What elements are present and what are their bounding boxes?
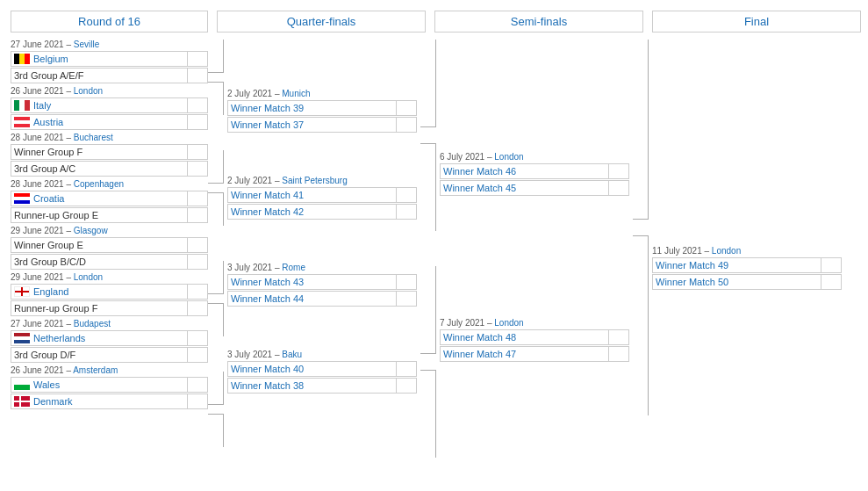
qf-matches-column: 2 July 2021 – Munich Winner Match 39 Win…	[224, 40, 417, 447]
r16-match-4: 28 June 2021 – Copenhagen Croatia Runner…	[11, 179, 208, 224]
r16-m2-venue: 26 June 2021 – London	[11, 86, 208, 96]
r16-m7-t1-name: Netherlands	[33, 333, 187, 343]
round-16-header: Round of 16	[11, 11, 208, 32]
qf-to-sf-connectors	[420, 40, 436, 458]
r16-m1-t1: Belgium	[11, 51, 208, 67]
round-16-column: 27 June 2021 – Seville Belgium 3rd Group…	[11, 40, 208, 412]
final-t1-name: Winner Match 49	[656, 260, 821, 271]
qf-m3-venue: 3 July 2021 – Rome	[227, 263, 417, 272]
sf-m2-venue: 7 July 2021 – London	[440, 318, 629, 328]
qf-m4-t2-score	[396, 378, 413, 394]
denmark-flag	[14, 396, 30, 407]
final-t1-score	[821, 257, 838, 273]
qf-m3-t2-score	[396, 291, 413, 307]
qf-match-1: 2 July 2021 – Munich Winner Match 39 Win…	[227, 89, 417, 134]
r16-match-2: 26 June 2021 – London Italy Austria	[11, 86, 208, 131]
r16-m6-t2: Runner-up Group F	[11, 300, 208, 316]
r16-m7-t1-score	[187, 330, 204, 346]
england-flag	[14, 286, 30, 297]
r16-match-6: 29 June 2021 – London England Runner-up …	[11, 272, 208, 317]
r16-m2-t2: Austria	[11, 114, 208, 130]
r16-m2-t2-name: Austria	[33, 117, 187, 127]
r16-to-qf-connectors	[208, 40, 224, 447]
r16-m7-t2: 3rd Group D/F	[11, 347, 208, 363]
r16-m7-t2-score	[187, 347, 204, 363]
qf-m4-t2: Winner Match 38	[227, 378, 417, 394]
sf-m1-t2: Winner Match 45	[440, 180, 629, 196]
italy-flag	[14, 100, 30, 111]
sf-m2-t2-name: Winner Match 47	[443, 349, 608, 359]
sf-match-1: 6 July 2021 – London Winner Match 46 Win…	[440, 152, 629, 197]
r16-m3-t1-name: Winner Group F	[14, 147, 187, 157]
r16-m4-t2-score	[187, 207, 204, 223]
qf-m4-t2-name: Winner Match 38	[231, 380, 396, 391]
sf-m1-t2-score	[608, 180, 626, 196]
r16-m4-t1: Croatia	[11, 191, 208, 206]
final-t2-name: Winner Match 50	[656, 277, 821, 287]
sf-m1-t1-score	[608, 163, 626, 179]
r16-m2-t1-score	[187, 97, 204, 113]
austria-flag	[14, 117, 30, 127]
round-qf-header: Quarter-finals	[217, 11, 426, 32]
r16-m6-t1-name: England	[33, 286, 187, 297]
sf-m2-t1: Winner Match 48	[440, 329, 629, 345]
round-sf-header: Semi-finals	[434, 11, 643, 32]
qf-match-3: 3 July 2021 – Rome Winner Match 43 Winne…	[227, 263, 417, 307]
croatia-flag	[14, 193, 30, 204]
r16-match-8: 26 June 2021 – Amsterdam Wales Denmark	[11, 365, 208, 410]
r16-m8-t2-name: Denmark	[33, 396, 187, 407]
r16-m8-t2-score	[187, 394, 204, 409]
r16-m3-t2-name: 3rd Group A/C	[14, 163, 187, 174]
qf-match-2: 2 July 2021 – Saint Petersburg Winner Ma…	[227, 176, 417, 220]
sf-m2-t2-score	[608, 346, 626, 362]
belgium-flag	[14, 54, 30, 64]
qf-m2-t2-name: Winner Match 42	[231, 206, 396, 217]
final-t2-score	[821, 274, 838, 290]
r16-m6-venue: 29 June 2021 – London	[11, 272, 208, 282]
sf-m1-t2-name: Winner Match 45	[443, 183, 608, 193]
r16-match-7: 27 June 2021 – Budapest Netherlands 3rd …	[11, 319, 208, 364]
r16-m6-t2-name: Runner-up Group F	[14, 303, 187, 314]
netherlands-flag	[14, 333, 30, 343]
qf-m1-venue: 2 July 2021 – Munich	[227, 89, 417, 98]
r16-m2-t1: Italy	[11, 97, 208, 113]
sf-m2-t1-score	[608, 329, 626, 345]
sf-section: 6 July 2021 – London Winner Match 46 Win…	[417, 40, 629, 458]
qf-m2-venue: 2 July 2021 – Saint Petersburg	[227, 176, 417, 185]
r16-m2-t2-score	[187, 114, 204, 130]
r16-m5-t2-score	[187, 254, 204, 270]
r16-m4-venue: 28 June 2021 – Copenhagen	[11, 179, 208, 189]
qf-m4-t1-score	[396, 361, 413, 377]
r16-m8-t1-score	[187, 377, 204, 393]
r16-m5-t2: 3rd Group B/C/D	[11, 254, 208, 270]
sf-m1-venue: 6 July 2021 – London	[440, 152, 629, 162]
r16-m5-t1-name: Winner Group E	[14, 240, 187, 250]
qf-m1-t2-name: Winner Match 37	[231, 119, 396, 130]
r16-match-1: 27 June 2021 – Seville Belgium 3rd Group…	[11, 40, 208, 84]
qf-m2-t2-score	[396, 204, 413, 220]
qf-m2-t2: Winner Match 42	[227, 204, 417, 220]
qf-m3-t1-name: Winner Match 43	[231, 277, 396, 287]
r16-m3-venue: 28 June 2021 – Bucharest	[11, 133, 208, 142]
qf-m3-t1-score	[396, 274, 413, 290]
r16-m8-t1-name: Wales	[33, 379, 187, 390]
sf-matches-column: 6 July 2021 – London Winner Match 46 Win…	[436, 40, 629, 458]
r16-m3-t2-score	[187, 161, 204, 177]
final-t2: Winner Match 50	[652, 274, 842, 290]
r16-m8-venue: 26 June 2021 – Amsterdam	[11, 365, 208, 375]
final-match-column: 11 July 2021 – London Winner Match 49 Wi…	[649, 40, 842, 415]
qf-m1-t1-name: Winner Match 39	[231, 103, 396, 113]
qf-m2-t1: Winner Match 41	[227, 187, 417, 203]
r16-m1-t1-name: Belgium	[33, 54, 187, 64]
final-section: 11 July 2021 – London Winner Match 49 Wi…	[629, 40, 842, 415]
r16-m1-t1-score	[187, 51, 204, 67]
r16-m1-t2-score	[187, 68, 204, 83]
sf-to-f-connectors	[633, 40, 649, 415]
final-t1: Winner Match 49	[652, 257, 842, 273]
r16-m5-venue: 29 June 2021 – Glasgow	[11, 226, 208, 235]
qf-m1-t2-score	[396, 117, 413, 133]
qf-m4-venue: 3 July 2021 – Baku	[227, 350, 417, 359]
qf-m1-t1: Winner Match 39	[227, 100, 417, 116]
r16-m4-t2: Runner-up Group E	[11, 207, 208, 223]
r16-m8-t2: Denmark	[11, 394, 208, 409]
